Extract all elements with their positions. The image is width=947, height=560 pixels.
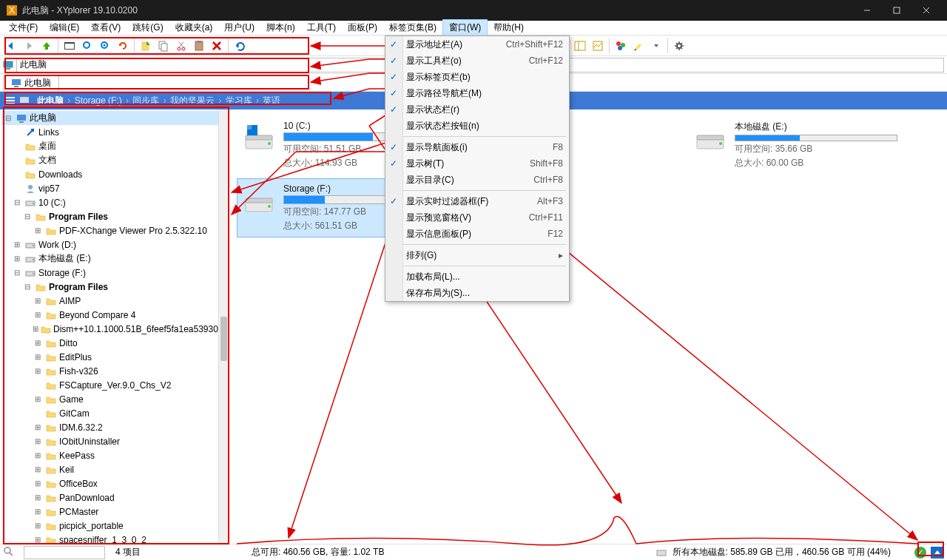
menu-7[interactable]: 工具(T): [301, 20, 342, 36]
content-pane[interactable]: 10 (C:)可用空间: 51.51 GB总大小: 114.93 GB本地磁盘 …: [229, 109, 947, 544]
menu-item[interactable]: ✓显示导航面板(i)F8: [385, 139, 569, 155]
crumb-5[interactable]: 英语: [261, 95, 282, 106]
tree-item[interactable]: ⊞Ditto: [1, 336, 227, 350]
tree-item[interactable]: ⊞spacesniffer_1_3_0_2: [1, 533, 227, 544]
check-icon[interactable]: ✓: [914, 547, 926, 559]
paste-button[interactable]: [138, 38, 154, 54]
tags-button[interactable]: [613, 38, 629, 54]
expander-icon[interactable]: ⊟: [3, 114, 13, 122]
expander-icon[interactable]: ⊞: [12, 240, 22, 249]
tree-item[interactable]: ⊟10 (C:): [1, 195, 227, 209]
close-button[interactable]: [911, 0, 941, 21]
expander-icon[interactable]: ⊟: [22, 283, 33, 291]
tree-item[interactable]: ⊞IDM.6.32.2: [1, 420, 227, 434]
filter-input[interactable]: [24, 546, 105, 559]
undo-button[interactable]: [232, 38, 248, 54]
copy-button[interactable]: [155, 38, 172, 54]
menu-2[interactable]: 查看(V): [85, 20, 127, 36]
menu-item[interactable]: 加载布局(L)...: [385, 269, 569, 285]
maximize-button[interactable]: [882, 0, 911, 21]
menu-item[interactable]: ✓显示实时过滤器框(F)Alt+F3: [385, 193, 569, 209]
menu-item[interactable]: ✓显示路径导航栏(M): [385, 85, 569, 101]
tree-item[interactable]: ⊞Game: [1, 392, 227, 406]
expander-icon[interactable]: ⊞: [33, 339, 43, 347]
menu-1[interactable]: 编辑(E): [44, 20, 85, 36]
expander-icon[interactable]: ⊞: [12, 254, 22, 263]
tree-item[interactable]: ⊞PDF-XChange Viewer Pro 2.5.322.10: [1, 223, 227, 237]
expander-icon[interactable]: ⊞: [33, 367, 43, 375]
highlight-dd-button[interactable]: [648, 38, 664, 54]
menu-9[interactable]: 标签页集(B): [383, 20, 442, 36]
expander-icon[interactable]: ⊞: [33, 423, 43, 431]
menu-item[interactable]: 显示目录(C)Ctrl+F8: [385, 172, 569, 188]
forward-button[interactable]: [21, 38, 37, 54]
up-button[interactable]: [38, 38, 55, 54]
find-button[interactable]: [79, 38, 95, 54]
menu-8[interactable]: 面板(P): [342, 20, 383, 36]
menu-10[interactable]: 窗口(W): [442, 19, 488, 36]
expander-icon[interactable]: ⊟: [12, 198, 22, 206]
menu-item[interactable]: ✓显示状态栏(r): [385, 101, 569, 118]
menu-item[interactable]: 显示预览窗格(V)Ctrl+F11: [385, 209, 569, 226]
expander-icon[interactable]: ⊞: [33, 325, 38, 333]
tree-item[interactable]: ⊞Fish-v326: [1, 364, 227, 378]
tab-active[interactable]: 此电脑: [3, 75, 59, 91]
expander-icon[interactable]: ⊞: [33, 479, 43, 488]
menu-6[interactable]: 脚本(n): [260, 20, 301, 36]
expander-icon[interactable]: ⊞: [33, 311, 43, 319]
tree-toggle-button[interactable]: [572, 38, 588, 54]
tree-item[interactable]: ⊞OfficeBox: [1, 476, 227, 490]
crumb-2[interactable]: 同步库: [131, 95, 161, 106]
crumb-3[interactable]: 我的坚果云: [169, 95, 216, 106]
crumb-0[interactable]: 此电脑: [36, 95, 65, 106]
tree-item[interactable]: ⊞IObitUninstaller: [1, 434, 227, 448]
find2-button[interactable]: [97, 38, 113, 54]
menu-item[interactable]: 保存布局为(S)...: [385, 285, 569, 301]
menu-0[interactable]: 文件(F): [3, 20, 44, 36]
expander-icon[interactable]: ⊞: [33, 353, 43, 361]
tree-item[interactable]: FSCapture_Ver.9.0_Chs_V2: [1, 378, 227, 392]
tree-item[interactable]: ⊞Work (D:): [1, 237, 227, 252]
collapse-icon[interactable]: [931, 547, 944, 559]
menu-item[interactable]: 排列(G)▸: [385, 247, 569, 263]
expander-icon[interactable]: ⊞: [33, 451, 43, 459]
tree-item[interactable]: ⊟Program Files: [1, 209, 227, 223]
menu-11[interactable]: 帮助(H): [488, 20, 530, 36]
menu-item[interactable]: 显示状态栏按钮(n): [385, 118, 569, 134]
expander-icon[interactable]: ⊞: [33, 297, 43, 305]
expander-icon[interactable]: ⊞: [33, 226, 43, 235]
paste2-button[interactable]: [191, 38, 207, 54]
menu-item[interactable]: ✓显示树(T)Shift+F8: [385, 155, 569, 172]
tree-item[interactable]: ⊞AIMP: [1, 294, 227, 308]
tree-pane[interactable]: ⊟此电脑Links桌面文档Downloadsvip57⊟10 (C:)⊟Prog…: [0, 109, 229, 544]
tree-scrollbar[interactable]: [218, 109, 229, 544]
menu-5[interactable]: 用户(U): [218, 20, 260, 36]
tree-item[interactable]: ⊟此电脑: [1, 111, 227, 125]
delete-button[interactable]: [209, 38, 225, 54]
tree-item[interactable]: ⊞Keil: [1, 462, 227, 476]
tree-item[interactable]: Downloads: [1, 167, 227, 181]
tree-item[interactable]: ⊞picpick_portable: [1, 519, 227, 533]
tree-item[interactable]: ⊟Storage (F:): [1, 266, 227, 280]
expander-icon[interactable]: ⊞: [33, 465, 43, 473]
crumb-4[interactable]: 学习库: [224, 95, 254, 106]
crumb-1[interactable]: Storage (F:): [73, 95, 124, 106]
tree-item[interactable]: ⊞KeePass: [1, 448, 227, 462]
panes-button[interactable]: [61, 38, 78, 54]
tree-item[interactable]: ⊟Program Files: [1, 280, 227, 294]
tree-item[interactable]: Links: [1, 125, 227, 139]
tree-item[interactable]: 文档: [1, 153, 227, 167]
menu-item[interactable]: 显示信息面板(P)F12: [385, 226, 569, 242]
expander-icon[interactable]: ⊟: [22, 212, 33, 220]
cut-button[interactable]: [173, 38, 189, 54]
minimize-button[interactable]: [852, 0, 882, 21]
expander-icon[interactable]: ⊞: [33, 437, 43, 445]
menu-3[interactable]: 跳转(G): [127, 20, 169, 36]
menu-4[interactable]: 收藏夹(a): [169, 20, 219, 36]
refresh-button[interactable]: [115, 38, 131, 54]
preview-button[interactable]: [590, 38, 606, 54]
expander-icon[interactable]: ⊞: [33, 395, 43, 403]
tree-item[interactable]: GitCam: [1, 406, 227, 420]
menu-item[interactable]: ✓显示工具栏(o)Ctrl+F12: [385, 53, 569, 69]
drive-tile[interactable]: 本地磁盘 (E:)可用空间: 35.66 GB总大小: 60.00 GB: [688, 115, 903, 175]
